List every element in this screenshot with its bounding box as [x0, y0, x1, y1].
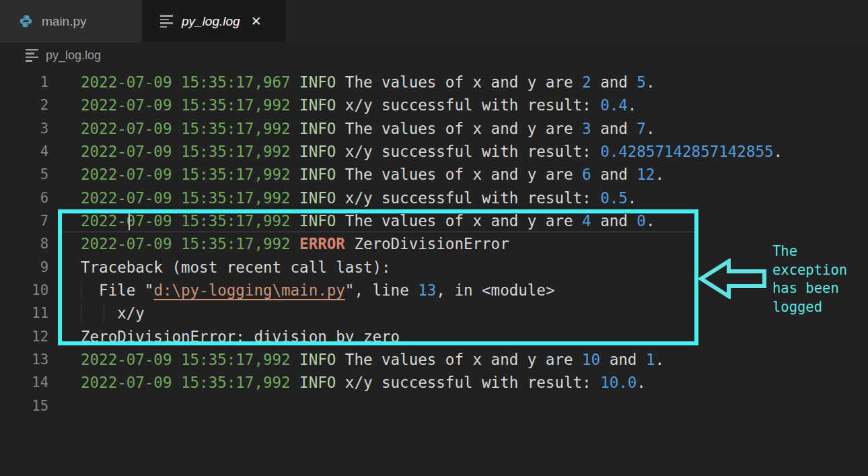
line-number: 11: [0, 302, 48, 325]
log-segment: ": [145, 281, 154, 299]
log-segment: INFO: [299, 351, 336, 368]
indent-guide: [81, 304, 81, 322]
log-file-icon: [160, 15, 173, 28]
log-segment: and: [591, 120, 637, 137]
python-icon: [19, 14, 33, 28]
log-segment: , line: [354, 281, 418, 299]
line-number: 5: [0, 163, 48, 186]
log-segment: 2022-07-09 15:35:17,967: [81, 73, 291, 91]
line-number: 9: [0, 256, 48, 279]
log-line: 22022-07-09 15:35:17,992 INFO x/y succes…: [0, 94, 868, 116]
tab-label: py_log.log: [182, 14, 240, 29]
log-line: 72022-07-09 15:35:17,992 INFO The values…: [0, 209, 868, 232]
file-path-link[interactable]: d:\py-logging\main.py: [153, 281, 345, 299]
log-line: 32022-07-09 15:35:17,992 INFO The values…: [0, 117, 868, 140]
log-segment: x/y successful with result:: [336, 143, 600, 160]
log-line-text: [48, 395, 868, 417]
log-line: 52022-07-09 15:35:17,992 INFO The values…: [0, 163, 868, 186]
log-segment: 2022-07-09 15:35:17,992: [81, 212, 291, 230]
log-segment: INFO: [299, 212, 336, 230]
log-segment: 12: [637, 166, 655, 183]
log-segment: 2022-07-09 15:35:17,992: [81, 166, 291, 183]
log-segment: .: [646, 120, 655, 137]
log-segment: 2022-07-09 15:35:17,992: [81, 235, 291, 252]
log-segment: .: [646, 212, 655, 230]
log-segment: 4: [582, 212, 591, 230]
log-segment: INFO: [299, 120, 336, 137]
log-line-text: ZeroDivisionError: division by zero: [48, 325, 868, 348]
log-segment: The values of x and y are: [336, 212, 582, 230]
log-segment: 10.0: [600, 374, 637, 391]
log-segment: [291, 189, 300, 207]
annotation-line: The: [772, 242, 847, 261]
log-segment: .: [646, 73, 655, 91]
line-number: 3: [0, 117, 48, 140]
log-line: 42022-07-09 15:35:17,992 INFO x/y succes…: [0, 140, 868, 163]
log-segment: INFO: [299, 96, 336, 114]
line-number: 10: [0, 279, 48, 302]
log-segment: x/y: [81, 304, 145, 322]
log-segment: .: [774, 143, 783, 160]
log-segment: .: [637, 374, 646, 391]
line-number: 13: [0, 348, 48, 371]
log-line-text: x/y: [48, 302, 868, 325]
log-line: 142022-07-09 15:35:17,992 INFO x/y succe…: [0, 371, 868, 394]
log-line: 132022-07-09 15:35:17,992 INFO The value…: [0, 348, 868, 371]
breadcrumb[interactable]: py_log.log: [0, 42, 868, 68]
log-segment: [291, 96, 300, 114]
log-segment: .: [628, 96, 637, 114]
annotation-text: The exception has been logged: [772, 242, 847, 316]
log-line: 15: [0, 395, 868, 417]
log-segment: 6: [582, 166, 591, 183]
log-segment: ": [345, 281, 355, 299]
annotation-line: has been: [772, 279, 847, 298]
log-segment: [291, 143, 300, 160]
log-segment: INFO: [299, 143, 336, 160]
close-icon[interactable]: ✕: [251, 15, 262, 28]
log-segment: .: [655, 166, 664, 183]
log-segment: 0.4: [600, 96, 628, 114]
line-number: 12: [0, 325, 48, 348]
tab-py-log-log[interactable]: py_log.log ✕: [143, 0, 286, 42]
log-line: 12022-07-09 15:35:17,967 INFO The values…: [0, 71, 868, 94]
annotation-line: logged: [772, 298, 847, 317]
tab-bar: main.py py_log.log ✕: [0, 0, 868, 42]
log-segment: 13: [418, 281, 436, 299]
log-line: 11 x/y: [0, 302, 868, 325]
log-segment: x/y successful with result:: [336, 189, 600, 207]
log-segment: File: [81, 281, 145, 299]
arrow-left-icon: [698, 259, 767, 299]
log-line: 62022-07-09 15:35:17,992 INFO x/y succes…: [0, 186, 868, 209]
log-file-icon: [26, 49, 38, 62]
log-lines: 12022-07-09 15:35:17,967 INFO The values…: [0, 68, 868, 417]
breadcrumb-label: py_log.log: [46, 48, 101, 63]
log-segment: [291, 212, 300, 230]
log-segment: ZeroDivisionError: [345, 235, 509, 252]
log-segment: x/y successful with result:: [336, 374, 600, 391]
log-segment: and: [591, 212, 637, 230]
log-segment: 3: [582, 120, 591, 137]
log-line-text: 2022-07-09 15:35:17,967 INFO The values …: [48, 71, 868, 94]
tab-main-py[interactable]: main.py: [0, 0, 141, 42]
log-segment: 7: [637, 120, 646, 137]
log-segment: 2022-07-09 15:35:17,992: [81, 96, 291, 114]
log-segment: and: [591, 73, 637, 91]
log-segment: 2022-07-09 15:35:17,992: [81, 120, 291, 137]
log-segment: 10: [582, 351, 600, 368]
editor[interactable]: 12022-07-09 15:35:17,967 INFO The values…: [0, 68, 868, 476]
log-segment: The values of x and y are: [336, 166, 582, 183]
log-line-text: 2022-07-09 15:35:17,992 INFO x/y success…: [48, 371, 868, 394]
log-line-text: 2022-07-09 15:35:17,992 INFO The values …: [48, 117, 868, 140]
log-segment: INFO: [299, 189, 336, 207]
indent-guide: [81, 281, 81, 300]
log-line: 82022-07-09 15:35:17,992 ERROR ZeroDivis…: [0, 232, 868, 255]
log-line-text: 2022-07-09 15:35:17,992 ERROR ZeroDivisi…: [48, 232, 868, 255]
line-number: 6: [0, 186, 48, 209]
log-segment: and: [600, 351, 646, 368]
log-line-text: 2022-07-09 15:35:17,992 INFO The values …: [48, 163, 868, 186]
log-segment: [291, 374, 300, 391]
log-segment: [291, 351, 300, 368]
log-segment: 2: [582, 73, 591, 91]
line-number: 15: [0, 395, 48, 417]
log-line-text: 2022-07-09 15:35:17,992 INFO The values …: [48, 209, 868, 232]
